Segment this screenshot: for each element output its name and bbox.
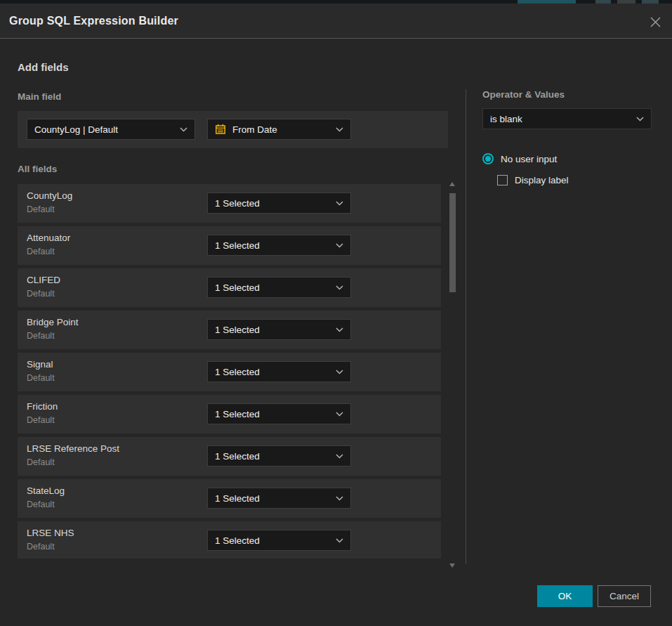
field-selected-value: 1 Selected — [215, 493, 260, 504]
display-label-label: Display label — [515, 175, 569, 185]
field-name: Friction — [27, 401, 58, 412]
field-selected-value: 1 Selected — [215, 240, 260, 251]
field-name: StateLog — [27, 485, 65, 496]
checkbox-unchecked-icon — [497, 175, 508, 185]
field-selected-dropdown[interactable]: 1 Selected — [207, 530, 351, 551]
chevron-down-icon — [336, 538, 343, 543]
all-fields-list: CountyLog Default 1 Selected Attenuator … — [18, 184, 441, 559]
field-name: Bridge Point — [27, 317, 79, 327]
scrollbar-down-arrow[interactable] — [449, 563, 455, 568]
field-row-7: StateLog Default 1 Selected — [18, 479, 441, 518]
field-selected-dropdown[interactable]: 1 Selected — [207, 361, 351, 382]
field-name: CLIFED — [27, 275, 60, 285]
chevron-down-icon — [336, 454, 343, 459]
add-fields-heading: Add fields — [18, 61, 69, 73]
chevron-down-icon — [336, 327, 343, 332]
main-field-select-value: From Date — [232, 124, 277, 135]
field-sublabel: Default — [27, 415, 55, 425]
field-name: Attenuator — [27, 233, 70, 243]
field-selected-value: 1 Selected — [215, 451, 260, 462]
field-sublabel: Default — [27, 247, 55, 256]
scrollbar — [449, 178, 456, 569]
main-layer-select-value: CountyLog | Default — [34, 124, 118, 135]
field-name: CountyLog — [27, 190, 72, 201]
field-sublabel: Default — [27, 289, 55, 299]
field-selected-value: 1 Selected — [215, 409, 260, 419]
chevron-down-icon — [336, 496, 343, 501]
field-sublabel: Default — [27, 204, 55, 214]
field-selected-value: 1 Selected — [215, 325, 260, 335]
operator-select[interactable]: is blank — [482, 108, 652, 129]
ok-button[interactable]: OK — [537, 585, 593, 607]
field-selected-dropdown[interactable]: 1 Selected — [207, 319, 351, 340]
group-sql-expression-builder-dialog: Group SQL Expression Builder Add fields … — [0, 4, 672, 626]
operator-values-panel: Operator & Values is blank No user input… — [482, 89, 652, 185]
dialog-title: Group SQL Expression Builder — [0, 15, 178, 27]
field-row-8: LRSE NHS Default 1 Selected — [18, 521, 441, 559]
main-field-panel: CountyLog | Default From Date — [18, 111, 448, 148]
close-icon — [650, 16, 661, 28]
operator-values-heading: Operator & Values — [482, 89, 652, 100]
chevron-down-icon — [336, 127, 343, 132]
field-selected-value: 1 Selected — [215, 535, 260, 546]
field-selected-value: 1 Selected — [215, 282, 260, 293]
no-user-input-radio[interactable]: No user input — [482, 153, 652, 164]
chevron-down-icon — [636, 117, 644, 122]
scrollbar-thumb[interactable] — [449, 193, 456, 292]
close-button[interactable] — [647, 13, 664, 30]
chevron-down-icon — [180, 127, 187, 132]
all-fields-label: All fields — [18, 164, 57, 174]
radio-selected-icon — [482, 153, 494, 164]
field-selected-value: 1 Selected — [215, 198, 260, 209]
field-selected-value: 1 Selected — [215, 367, 260, 377]
chevron-down-icon — [336, 243, 343, 248]
field-selected-dropdown[interactable]: 1 Selected — [207, 277, 351, 298]
dialog-footer: OK Cancel — [537, 585, 651, 607]
field-selected-dropdown[interactable]: 1 Selected — [207, 445, 351, 467]
dialog-titlebar: Group SQL Expression Builder — [0, 4, 672, 39]
main-field-label: Main field — [18, 91, 61, 102]
field-selected-dropdown[interactable]: 1 Selected — [207, 193, 351, 214]
field-row-4: Signal Default 1 Selected — [18, 353, 441, 391]
field-row-3: Bridge Point Default 1 Selected — [18, 311, 441, 349]
field-row-2: CLIFED Default 1 Selected — [18, 268, 441, 307]
field-selected-dropdown[interactable]: 1 Selected — [207, 235, 351, 256]
main-layer-select[interactable]: CountyLog | Default — [27, 119, 195, 140]
field-row-5: Friction Default 1 Selected — [18, 395, 441, 433]
field-row-0: CountyLog Default 1 Selected — [18, 184, 441, 223]
cancel-button[interactable]: Cancel — [598, 585, 651, 607]
field-sublabel: Default — [27, 373, 55, 383]
operator-select-value: is blank — [490, 114, 522, 124]
chevron-down-icon — [336, 201, 343, 206]
chevron-down-icon — [336, 412, 343, 417]
field-name: LRSE NHS — [27, 528, 74, 538]
field-selected-dropdown[interactable]: 1 Selected — [207, 488, 351, 509]
field-row-1: Attenuator Default 1 Selected — [18, 226, 441, 265]
field-row-6: LRSE Reference Post Default 1 Selected — [18, 437, 441, 476]
display-label-checkbox[interactable]: Display label — [497, 175, 652, 185]
field-sublabel: Default — [27, 457, 55, 467]
field-sublabel: Default — [27, 331, 55, 341]
main-field-select[interactable]: From Date — [207, 119, 351, 140]
field-sublabel: Default — [27, 500, 55, 509]
calendar-date-icon — [215, 124, 226, 135]
chevron-down-icon — [336, 370, 343, 374]
no-user-input-label: No user input — [501, 154, 557, 164]
field-name: Signal — [27, 359, 53, 370]
scrollbar-up-arrow[interactable] — [449, 182, 455, 186]
field-sublabel: Default — [27, 542, 55, 552]
field-name: LRSE Reference Post — [27, 443, 119, 454]
panel-divider — [466, 89, 466, 564]
chevron-down-icon — [336, 285, 343, 290]
field-selected-dropdown[interactable]: 1 Selected — [207, 403, 351, 424]
